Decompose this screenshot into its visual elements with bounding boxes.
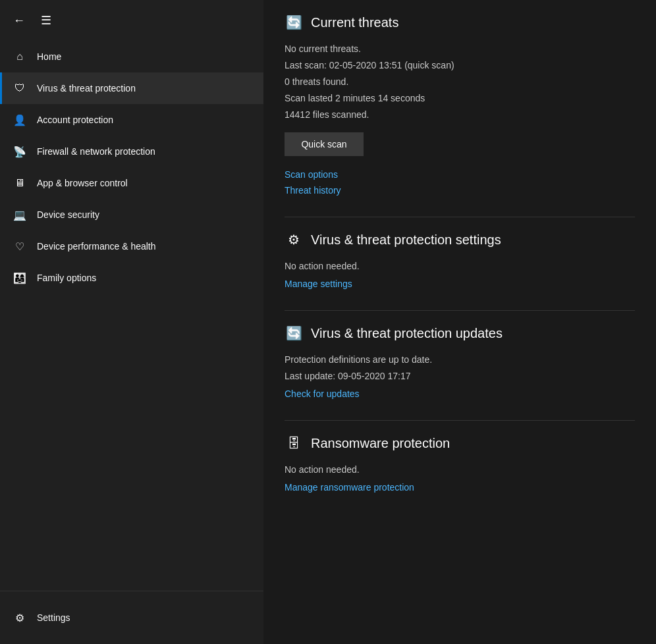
- device-security-icon: 💻: [13, 208, 26, 221]
- sidebar-label-virus-threat: Virus & threat protection: [37, 83, 136, 94]
- quick-scan-button[interactable]: Quick scan: [285, 132, 364, 156]
- section-virus-updates: 🔄Virus & threat protection updatesProtec…: [285, 324, 635, 399]
- sidebar-label-device-health: Device performance & health: [37, 241, 156, 252]
- back-button[interactable]: ←: [11, 11, 28, 30]
- section-header-virus-settings: ⚙Virus & threat protection settings: [285, 230, 635, 249]
- section-body-virus-updates: Protection definitions are up to date.La…: [285, 353, 635, 399]
- section-body-current-threats: No current threats.Last scan: 02-05-2020…: [285, 42, 635, 196]
- info-line-current-threats-2: 0 threats found.: [285, 75, 635, 89]
- ransomware-section-icon: 🗄: [285, 434, 303, 452]
- section-body-virus-settings: No action needed.Manage settings: [285, 259, 635, 289]
- link-check-for-updates[interactable]: Check for updates: [285, 389, 635, 399]
- info-line-current-threats-0: No current threats.: [285, 42, 635, 56]
- sidebar-item-home[interactable]: ⌂Home: [0, 41, 263, 72]
- virus-updates-section-icon: 🔄: [285, 324, 303, 342]
- home-icon: ⌂: [13, 50, 26, 63]
- sidebar-label-app-browser: App & browser control: [37, 178, 128, 188]
- sidebar-item-device-health[interactable]: ♡Device performance & health: [0, 230, 263, 262]
- sidebar-label-settings: Settings: [37, 612, 70, 623]
- main-content: 🔄Current threatsNo current threats.Last …: [263, 0, 656, 644]
- section-divider-3: [285, 420, 635, 421]
- section-header-ransomware: 🗄Ransomware protection: [285, 434, 635, 452]
- sidebar-item-account[interactable]: 👤Account protection: [0, 104, 263, 136]
- sidebar-item-virus-threat[interactable]: 🛡Virus & threat protection: [0, 72, 263, 104]
- current-threats-section-icon: 🔄: [285, 13, 303, 32]
- section-divider-2: [285, 310, 635, 311]
- account-icon: 👤: [13, 113, 26, 126]
- sidebar-item-family[interactable]: 👨‍👩‍👧Family options: [0, 262, 263, 294]
- virus-threat-icon: 🛡: [13, 82, 26, 95]
- info-line-current-threats-1: Last scan: 02-05-2020 13:51 (quick scan): [285, 59, 635, 72]
- sidebar-label-family: Family options: [37, 273, 96, 283]
- link-threat-history[interactable]: Threat history: [285, 185, 635, 196]
- sidebar-label-device-security: Device security: [37, 209, 99, 220]
- device-health-icon: ♡: [13, 240, 26, 253]
- section-current-threats: 🔄Current threatsNo current threats.Last …: [285, 13, 635, 196]
- sidebar-nav: ⌂Home🛡Virus & threat protection👤Account …: [0, 36, 263, 591]
- section-body-ransomware: No action needed.Manage ransomware prote…: [285, 463, 635, 493]
- section-header-current-threats: 🔄Current threats: [285, 13, 635, 32]
- info-line-current-threats-4: 14412 files scanned.: [285, 108, 635, 122]
- firewall-icon: 📡: [13, 145, 26, 158]
- info-line-virus-settings-0: No action needed.: [285, 259, 635, 273]
- section-divider-1: [285, 217, 635, 217]
- sidebar-label-home: Home: [37, 51, 61, 62]
- section-title-current-threats: Current threats: [311, 15, 398, 30]
- section-title-virus-updates: Virus & threat protection updates: [311, 326, 503, 341]
- sidebar: ← ☰ ⌂Home🛡Virus & threat protection👤Acco…: [0, 0, 263, 644]
- section-header-virus-updates: 🔄Virus & threat protection updates: [285, 324, 635, 342]
- back-icon: ←: [13, 14, 25, 28]
- info-line-current-threats-3: Scan lasted 2 minutes 14 seconds: [285, 92, 635, 105]
- virus-settings-section-icon: ⚙: [285, 230, 303, 249]
- info-line-virus-updates-1: Last update: 09-05-2020 17:17: [285, 369, 635, 383]
- family-icon: 👨‍👩‍👧: [13, 271, 26, 284]
- section-virus-settings: ⚙Virus & threat protection settingsNo ac…: [285, 230, 635, 289]
- info-line-virus-updates-0: Protection definitions are up to date.: [285, 353, 635, 367]
- section-ransomware: 🗄Ransomware protectionNo action needed.M…: [285, 434, 635, 493]
- section-title-ransomware: Ransomware protection: [311, 436, 450, 451]
- sidebar-item-device-security[interactable]: 💻Device security: [0, 199, 263, 230]
- settings-icon: ⚙: [13, 611, 26, 624]
- sidebar-item-settings[interactable]: ⚙Settings: [0, 602, 263, 633]
- app-browser-icon: 🖥: [13, 176, 26, 190]
- sidebar-label-account: Account protection: [37, 115, 113, 125]
- link-manage-ransomware-protection[interactable]: Manage ransomware protection: [285, 482, 635, 493]
- sidebar-bottom: ⚙Settings: [0, 591, 263, 644]
- sidebar-top: ← ☰: [0, 0, 263, 36]
- link-manage-settings[interactable]: Manage settings: [285, 279, 635, 289]
- sidebar-item-app-browser[interactable]: 🖥App & browser control: [0, 167, 263, 199]
- sidebar-label-firewall: Firewall & network protection: [37, 146, 155, 157]
- menu-button[interactable]: ☰: [38, 11, 54, 30]
- link-scan-options[interactable]: Scan options: [285, 169, 635, 180]
- sidebar-item-firewall[interactable]: 📡Firewall & network protection: [0, 136, 263, 167]
- info-line-ransomware-0: No action needed.: [285, 463, 635, 477]
- section-title-virus-settings: Virus & threat protection settings: [311, 232, 501, 248]
- menu-icon: ☰: [41, 13, 51, 28]
